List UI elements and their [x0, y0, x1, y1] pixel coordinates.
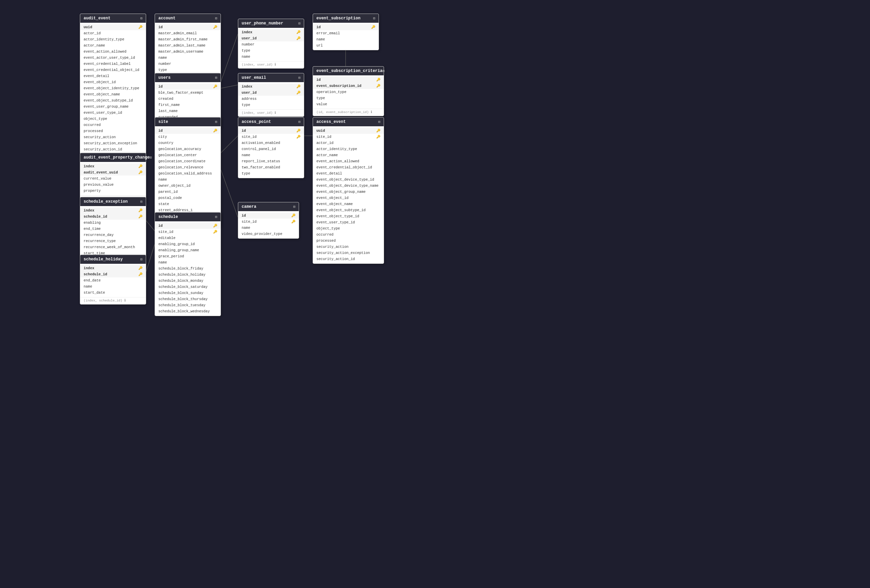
expand-icon[interactable]: ⊞ — [215, 16, 217, 20]
field-event_object_subtype_id: event_object_subtype_id — [313, 207, 384, 213]
field-end_date: end_date — [80, 278, 146, 284]
table-title: audit_event — [83, 16, 110, 21]
field-last_name: last_name — [155, 108, 220, 114]
field-id: id🔑 — [155, 83, 220, 90]
table-body-access_event: uuid🔑 site_id🔑 actor_id actor_identity_t… — [313, 126, 384, 263]
field-security_action_id: security_action_id — [313, 256, 384, 262]
table-body-schedule: id🔑 site_id🔑 editable enabling_group_id … — [155, 221, 220, 316]
field-operation_type: operation_type — [313, 89, 384, 95]
expand-icon[interactable]: ⊞ — [215, 76, 217, 80]
expand-icon[interactable]: ⊞ — [298, 76, 301, 80]
field-id: id🔑 — [155, 128, 220, 134]
field-schedule_id: schedule_id🔑 — [80, 271, 146, 278]
field-id: id🔑 — [313, 77, 384, 83]
field-event_detail: event_detail — [313, 171, 384, 177]
expand-icon[interactable]: ⊞ — [215, 120, 217, 124]
table-header-schedule: schedule ⊞ — [155, 212, 220, 221]
field-event_object_name: event_object_name — [80, 91, 146, 97]
table-header-access_event: access_event ⊞ — [313, 117, 384, 126]
table-user_phone_number: user_phone_number ⊞ index🔑 user_id🔑 numb… — [238, 19, 304, 68]
field-state: state — [155, 201, 220, 207]
field-name: name — [313, 36, 378, 42]
expand-icon[interactable]: ⊞ — [140, 257, 142, 261]
field-event_object_type_id: event_object_type_id — [313, 213, 384, 219]
field-event_action_allowed: event_action_allowed — [80, 49, 146, 55]
expand-icon[interactable]: ⊞ — [140, 16, 142, 20]
field-event_credential_object_id: event_credential_object_id — [313, 164, 384, 171]
table-body-user_email: index🔑 user_id🔑 address type — [238, 82, 304, 109]
table-header-site: site ⊞ — [155, 117, 220, 126]
field-event_object_name: event_object_name — [313, 201, 384, 207]
field-name: name — [155, 55, 220, 61]
table-header-users: users ⊞ — [155, 73, 220, 82]
field-activation_enabled: activation_enabled — [238, 140, 304, 146]
table-header-schedule_exception: schedule_exception ⊞ — [80, 197, 146, 206]
svg-line-8 — [146, 221, 155, 231]
expand-icon[interactable]: ⊞ — [215, 215, 217, 219]
field-event_object_group_name: event_object_group_name — [313, 189, 384, 195]
field-enabling_group_name: enabling_group_name — [155, 247, 220, 253]
table-title: event_subscription — [316, 16, 361, 21]
field-schedule_id: schedule_id🔑 — [80, 214, 146, 220]
table-header-audit_event: audit_event ⊞ — [80, 14, 146, 23]
field-index: index🔑 — [238, 83, 304, 90]
field-name: name — [238, 225, 299, 231]
expand-icon[interactable]: ⊞ — [149, 156, 152, 160]
field-type: type — [238, 171, 304, 177]
field-event_user_type_id: event_user_type_id — [313, 219, 384, 226]
table-site: site ⊞ id🔑 city country geolocation_accu… — [155, 117, 221, 227]
field-name: name — [155, 177, 220, 183]
expand-icon[interactable]: ⊞ — [378, 120, 380, 124]
field-processed: processed — [80, 128, 146, 134]
table-title: access_event — [316, 119, 346, 124]
field-occurred: occurred — [313, 232, 384, 238]
field-event_user_type_id: event_user_type_id — [80, 110, 146, 116]
field-security_action: security_action — [313, 244, 384, 250]
field-end_time: end_time — [80, 226, 146, 232]
field-event_object_device_type_id: event_object_device_type_id — [313, 177, 384, 183]
field-occurred: occurred — [80, 122, 146, 128]
table-body-account: id🔑 master_admin_email master_admin_firs… — [155, 23, 220, 74]
expand-icon[interactable]: ⊞ — [298, 21, 301, 25]
field-enabling_group_id: enabling_group_id — [155, 241, 220, 247]
table-title: access_point — [241, 119, 271, 124]
expand-icon[interactable]: ⊞ — [293, 205, 295, 209]
field-number: number — [155, 61, 220, 67]
field-owner_object_id: owner_object_id — [155, 183, 220, 189]
table-footer-user_phone_number: (index, user_id) ℹ — [238, 61, 304, 68]
field-report_live_status: report_live_status — [238, 158, 304, 164]
table-body-camera: id🔑 site_id🔑 name video_provider_type — [238, 211, 299, 238]
field-id: id🔑 — [313, 24, 378, 30]
table-body-audit_event: uuid🔑 actor_id actor_identity_type actor… — [80, 23, 146, 154]
field-actor_name: actor_name — [313, 152, 384, 158]
table-user_email: user_email ⊞ index🔑 user_id🔑 address typ… — [238, 73, 304, 117]
table-header-account: account ⊞ — [155, 14, 220, 23]
field-url: url — [313, 42, 378, 49]
expand-icon[interactable]: ⊞ — [298, 120, 301, 124]
expand-icon[interactable]: ⊞ — [373, 16, 375, 20]
expand-icon[interactable]: ⊞ — [382, 69, 384, 73]
table-event_subscription: event_subscription ⊞ id🔑 error_email nam… — [313, 13, 379, 50]
table-title: camera — [241, 204, 256, 209]
field-event_user_group_name: event_user_group_name — [80, 104, 146, 110]
field-previous_value: previous_value — [80, 182, 146, 188]
field-type: type — [313, 95, 384, 101]
field-geolocation_valid_address: geolocation_valid_address — [155, 171, 220, 177]
table-body-event_subscription: id🔑 error_email name url — [313, 23, 378, 50]
field-postal_code: postal_code — [155, 195, 220, 201]
table-title: user_phone_number — [241, 21, 283, 26]
field-index: index🔑 — [80, 208, 146, 214]
canvas: audit_event ⊞ uuid🔑 actor_id actor_ident… — [0, 0, 870, 588]
expand-icon[interactable]: ⊞ — [140, 200, 142, 204]
table-title: account — [158, 16, 175, 21]
field-schedule_block_holiday: schedule_block_holiday — [155, 272, 220, 278]
field-event_object_device_type_name: event_object_device_type_name — [313, 183, 384, 189]
table-access_point: access_point ⊞ id🔑 site_id🔑 activation_e… — [238, 117, 304, 178]
field-address: address — [238, 96, 304, 102]
field-site_id: site_id🔑 — [313, 134, 384, 140]
field-actor_name: actor_name — [80, 42, 146, 49]
field-grace_period: grace_period — [155, 253, 220, 259]
table-access_event: access_event ⊞ uuid🔑 site_id🔑 actor_id a… — [313, 117, 384, 264]
table-footer-event_subscription_criteria: (id, event_subscription_id) ℹ — [313, 108, 384, 116]
field-type: type — [238, 102, 304, 108]
